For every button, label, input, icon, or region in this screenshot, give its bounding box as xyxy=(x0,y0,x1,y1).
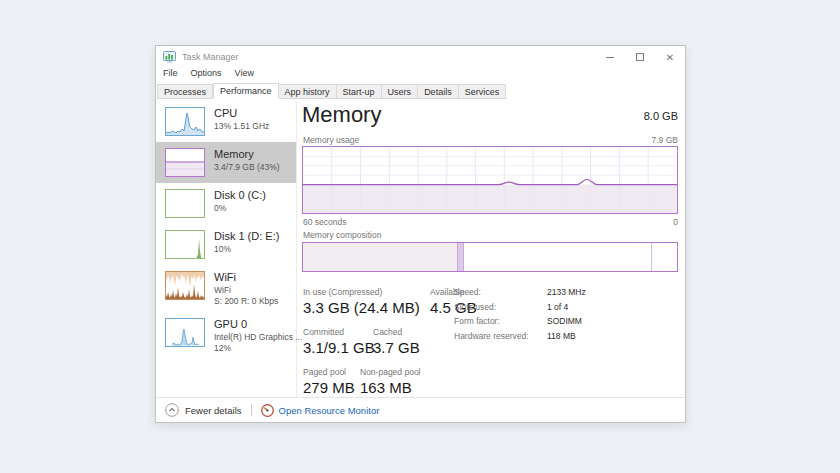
menu-bar: File Options View xyxy=(156,68,685,83)
open-resource-monitor-link[interactable]: Open Resource Monitor xyxy=(261,404,380,417)
memory-total: 8.0 GB xyxy=(644,110,678,122)
sidebar-cpu-name: CPU xyxy=(214,107,269,120)
close-button[interactable]: ✕ xyxy=(655,46,685,68)
hardware-reserved-label: Hardware reserved: xyxy=(454,331,547,341)
cached-value: 3.7 GB xyxy=(373,339,420,356)
sidebar-item-disk1[interactable]: Disk 1 (D: E:) 10% xyxy=(156,224,296,265)
sidebar-disk0-stats: 0% xyxy=(214,203,266,213)
sidebar-memory-name: Memory xyxy=(214,148,280,161)
footer-divider xyxy=(251,404,252,416)
form-factor-label: Form factor: xyxy=(454,316,547,326)
sidebar-item-disk0[interactable]: Disk 0 (C:) 0% xyxy=(156,183,296,224)
title-bar[interactable]: Task Manager ✕ xyxy=(156,46,685,68)
menu-file[interactable]: File xyxy=(163,68,178,83)
disk0-mini-graph xyxy=(166,190,204,217)
in-use-label: In use (Compressed) xyxy=(303,287,430,297)
paged-pool-label: Paged pool xyxy=(303,367,360,377)
minimize-button[interactable] xyxy=(595,46,625,68)
tab-performance[interactable]: Performance xyxy=(213,83,279,99)
slots-used-label: Slots used: xyxy=(454,302,547,312)
window-title: Task Manager xyxy=(182,52,239,62)
sidebar-disk1-stats: 10% xyxy=(214,244,279,254)
tab-startup[interactable]: Start-up xyxy=(337,84,382,99)
tab-app-history[interactable]: App history xyxy=(279,84,337,99)
open-resource-monitor-label: Open Resource Monitor xyxy=(279,405,380,416)
sidebar-wifi-name: WiFi xyxy=(214,271,278,284)
hardware-reserved-value: 118 MB xyxy=(547,331,576,341)
composition-segment-in-use xyxy=(303,243,458,271)
tab-processes[interactable]: Processes xyxy=(157,84,213,99)
sidebar-cpu-stats: 13% 1.51 GHz xyxy=(214,121,269,131)
menu-options[interactable]: Options xyxy=(191,68,222,83)
sidebar-wifi-type: WiFi xyxy=(214,285,278,295)
sidebar-disk1-name: Disk 1 (D: E:) xyxy=(214,230,279,243)
tab-strip: Processes Performance App history Start-… xyxy=(156,83,685,99)
sidebar-wifi-stats: S: 200 R: 0 Kbps xyxy=(214,296,278,306)
usage-graph-max: 7.9 GB xyxy=(652,135,678,145)
page-title: Memory xyxy=(302,102,381,128)
maximize-button[interactable] xyxy=(625,46,655,68)
task-manager-icon xyxy=(163,51,176,63)
sidebar-memory-stats: 3.4/7.9 GB (43%) xyxy=(214,162,280,172)
cached-label: Cached xyxy=(373,327,420,337)
sidebar-gpu-name: GPU 0 xyxy=(214,318,302,331)
performance-sidebar: CPU 13% 1.51 GHz Memory 3.4/7.9 GB (43%) xyxy=(156,101,297,397)
gpu-mini-graph xyxy=(166,319,204,346)
menu-view[interactable]: View xyxy=(235,68,254,83)
desktop-background: Task Manager ✕ File Options View Process… xyxy=(0,0,840,473)
usage-time-label: 60 seconds xyxy=(303,217,346,227)
cpu-mini-graph xyxy=(166,108,204,135)
footer-bar: Fewer details Open Resource Monitor xyxy=(156,397,685,422)
memory-composition-bar xyxy=(302,242,678,272)
hardware-details: Speed: 2133 MHz Slots used: 1 of 4 Form … xyxy=(454,287,586,345)
slots-used-value: 1 of 4 xyxy=(547,302,568,312)
form-factor-value: SODIMM xyxy=(547,316,582,326)
chevron-up-circle-icon xyxy=(165,403,179,417)
sidebar-item-gpu[interactable]: GPU 0 Intel(R) HD Graphics ... 12% xyxy=(156,312,296,359)
wifi-mini-graph xyxy=(166,272,204,299)
sidebar-gpu-model: Intel(R) HD Graphics ... xyxy=(214,332,302,342)
tab-users[interactable]: Users xyxy=(382,84,419,99)
composition-segment-free xyxy=(652,243,677,271)
fewer-details-button[interactable]: Fewer details xyxy=(165,403,242,417)
speed-value: 2133 MHz xyxy=(547,287,586,297)
composition-segment-standby xyxy=(464,243,652,271)
non-paged-pool-label: Non-paged pool xyxy=(360,367,421,377)
usage-graph-label: Memory usage xyxy=(303,135,359,145)
usage-zero-label: 0 xyxy=(673,217,678,227)
sidebar-item-cpu[interactable]: CPU 13% 1.51 GHz xyxy=(156,101,296,142)
memory-usage-graph xyxy=(302,146,678,214)
sidebar-disk0-name: Disk 0 (C:) xyxy=(214,189,266,202)
resource-monitor-icon xyxy=(261,404,274,417)
memory-mini-graph xyxy=(166,149,204,176)
fewer-details-label: Fewer details xyxy=(185,405,242,416)
composition-label: Memory composition xyxy=(303,230,381,240)
committed-label: Committed xyxy=(303,327,373,337)
speed-label: Speed: xyxy=(454,287,547,297)
committed-value: 3.1/9.1 GB xyxy=(303,339,375,356)
non-paged-pool-value: 163 MB xyxy=(360,379,412,396)
task-manager-window: Task Manager ✕ File Options View Process… xyxy=(155,45,686,423)
tab-details[interactable]: Details xyxy=(418,84,459,99)
in-use-value: 3.3 GB (24.4 MB) xyxy=(303,299,420,316)
paged-pool-value: 279 MB xyxy=(303,379,355,396)
sidebar-item-wifi[interactable]: WiFi WiFi S: 200 R: 0 Kbps xyxy=(156,265,296,312)
memory-stats: In use (Compressed) 3.3 GB (24.4 MB) Ava… xyxy=(303,287,477,407)
memory-panel: Memory 8.0 GB Memory usage 7.9 GB xyxy=(302,98,678,397)
sidebar-item-memory[interactable]: Memory 3.4/7.9 GB (43%) xyxy=(156,142,296,183)
sidebar-gpu-stats: 12% xyxy=(214,343,302,353)
disk1-mini-graph xyxy=(166,231,204,258)
tab-services[interactable]: Services xyxy=(459,84,507,99)
